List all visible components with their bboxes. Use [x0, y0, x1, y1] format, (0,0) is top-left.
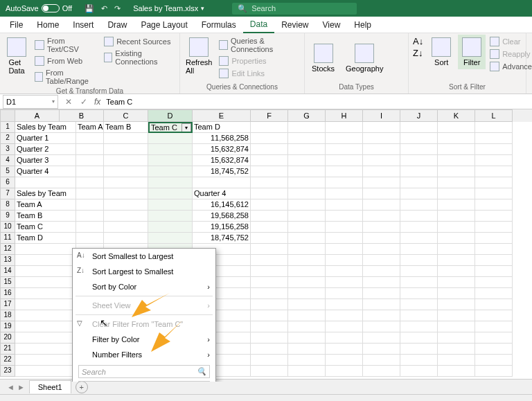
cell[interactable] [363, 310, 400, 321]
cell[interactable] [438, 155, 475, 166]
sort-button[interactable]: Sort [427, 35, 455, 69]
cell[interactable] [251, 122, 288, 133]
cell[interactable] [288, 266, 326, 277]
cell[interactable] [104, 233, 148, 244]
row-header[interactable]: 15 [0, 277, 15, 288]
cell[interactable]: Quarter 1 [15, 133, 76, 144]
cell[interactable] [475, 155, 513, 166]
cell[interactable] [400, 266, 438, 277]
cell[interactable] [15, 321, 76, 332]
cell[interactable] [326, 366, 363, 377]
row-header[interactable]: 1 [0, 122, 15, 133]
cell[interactable] [15, 332, 76, 344]
cell[interactable]: Team C [15, 222, 76, 233]
cell[interactable] [400, 310, 438, 321]
cell[interactable] [76, 211, 104, 222]
cell[interactable] [76, 133, 104, 144]
cell[interactable] [76, 199, 104, 211]
tab-file[interactable]: File [3, 17, 30, 33]
next-sheet-icon[interactable]: ► [17, 383, 25, 391]
active-cell[interactable]: Team C▾ [148, 122, 193, 133]
cell[interactable]: Team A [15, 199, 76, 211]
sort-za-icon[interactable]: Z↓ [413, 48, 423, 58]
tab-page-layout[interactable]: Page Layout [134, 17, 194, 33]
cell[interactable] [438, 277, 475, 288]
advanced-filter[interactable]: Advanced [488, 61, 532, 72]
cell[interactable] [438, 255, 475, 266]
cell[interactable] [288, 166, 326, 177]
cell[interactable] [148, 222, 193, 233]
cell[interactable]: 15,632,874 [193, 155, 251, 166]
cell[interactable] [475, 133, 513, 144]
cell[interactable] [76, 166, 104, 177]
undo-icon[interactable]: ↶ [101, 4, 107, 13]
cell[interactable] [251, 288, 288, 299]
col-header[interactable]: J [400, 109, 438, 122]
cell[interactable]: Team B [15, 211, 76, 222]
cell[interactable] [326, 355, 363, 366]
cell[interactable] [251, 277, 288, 288]
cell[interactable] [288, 244, 326, 255]
cell[interactable] [326, 321, 363, 332]
tab-insert[interactable]: Insert [66, 17, 100, 33]
row-header[interactable]: 3 [0, 144, 15, 155]
cell[interactable] [326, 166, 363, 177]
cell[interactable] [288, 277, 326, 288]
cell[interactable] [251, 244, 288, 255]
cell[interactable] [363, 122, 400, 133]
col-header[interactable]: D [148, 109, 193, 122]
cell[interactable] [251, 321, 288, 332]
cell[interactable] [104, 155, 148, 166]
cell[interactable] [251, 211, 288, 222]
row-header[interactable]: 11 [0, 233, 15, 244]
cell[interactable] [475, 144, 513, 155]
cell[interactable] [400, 188, 438, 199]
row-header[interactable]: 18 [0, 310, 15, 321]
cell[interactable] [288, 366, 326, 377]
cell[interactable] [363, 255, 400, 266]
cell[interactable] [326, 144, 363, 155]
cell[interactable] [475, 166, 513, 177]
col-header[interactable]: L [475, 109, 513, 122]
save-icon[interactable]: 💾 [85, 4, 94, 13]
row-header[interactable]: 23 [0, 366, 15, 377]
cell[interactable] [363, 133, 400, 144]
cell[interactable]: 15,632,874 [193, 144, 251, 155]
cell[interactable] [475, 122, 513, 133]
tab-home[interactable]: Home [30, 17, 66, 33]
prev-sheet-icon[interactable]: ◄ [7, 383, 15, 391]
cell[interactable] [76, 155, 104, 166]
formula-value[interactable]: Team C [103, 98, 135, 106]
cell[interactable]: Quarter 2 [15, 144, 76, 155]
dropdown-icon[interactable]: ▾ [201, 5, 204, 12]
cell[interactable] [400, 177, 438, 188]
cell[interactable] [475, 344, 513, 355]
cell[interactable] [438, 166, 475, 177]
cell[interactable] [251, 299, 288, 310]
cell[interactable] [438, 133, 475, 144]
cell[interactable] [148, 155, 193, 166]
cell[interactable] [363, 199, 400, 211]
row-header[interactable]: 4 [0, 155, 15, 166]
row-header[interactable]: 2 [0, 133, 15, 144]
geography-button[interactable]: Geography [342, 41, 387, 75]
cell[interactable] [148, 177, 193, 188]
cell[interactable] [76, 177, 104, 188]
cell[interactable] [326, 155, 363, 166]
cell[interactable] [326, 277, 363, 288]
cell[interactable] [326, 266, 363, 277]
redo-icon[interactable]: ↷ [114, 4, 121, 13]
cell[interactable] [438, 355, 475, 366]
cell[interactable] [288, 222, 326, 233]
cell[interactable] [251, 166, 288, 177]
row-header[interactable]: 19 [0, 321, 15, 332]
col-header[interactable]: G [288, 109, 326, 122]
cell[interactable] [475, 188, 513, 199]
filter-button[interactable]: Filter [458, 35, 486, 69]
cell[interactable] [104, 166, 148, 177]
cell[interactable] [148, 166, 193, 177]
cell[interactable] [251, 332, 288, 344]
name-box[interactable]: D1▾ [3, 95, 58, 109]
cell[interactable] [400, 277, 438, 288]
cell[interactable]: 18,745,752 [193, 233, 251, 244]
